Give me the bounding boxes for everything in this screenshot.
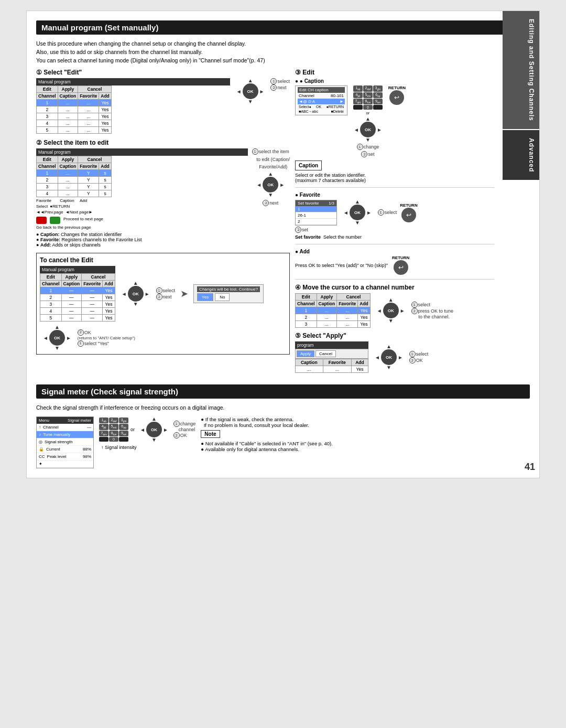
cancel-section: To cancel the Edit Manual program EditAp… (36, 253, 290, 355)
section2-title: Signal meter (Check signal strength) (41, 387, 178, 396)
step5-title: ⑤ Select "Apply" (295, 332, 494, 339)
step4-ok-btn: OK (383, 303, 399, 318)
step4-table: EditApplyCancel ChannelCaptionFavoriteAd… (295, 293, 371, 328)
caption-box: Caption (295, 160, 322, 170)
caption-desc: Caption Select or edit the station ident… (295, 159, 494, 183)
signal-intro: Check the signal strength if interferenc… (36, 404, 530, 412)
signal-menu: Menu Signal meter ↑ Channel — ♪ Tune man… (36, 416, 94, 468)
red-btn (36, 217, 47, 224)
signal-nav: ▲ ◄ OK ► ▼ (140, 416, 168, 443)
cancel-table-wrapper: Manual program EditApplyCancel ChannelCa… (40, 266, 115, 322)
cancel-ok-btn: OK (128, 286, 144, 302)
section2-header: Signal meter (Check signal strength) (36, 384, 530, 399)
cancel-ok-btn2: OK (49, 330, 65, 346)
caption-label: ● Caption (295, 78, 494, 84)
step3-title: ③ Edit (295, 69, 494, 76)
signal-ok-btn: OK (146, 422, 162, 437)
page-container: Manual program (Set manually) Use this p… (26, 10, 540, 478)
cancel-nav2: ▲ ◄ OK ► ▼ (43, 325, 71, 351)
step1-nav: ▲ ◄ OK ► ▼ (233, 78, 268, 104)
step3-section: ③ Edit ● Caption Edit CH caption Channel… (295, 69, 494, 275)
green-btn (50, 217, 60, 224)
step2-bullets: ● Caption: Changes the station identifie… (36, 232, 290, 248)
step4-nav: ▲ ◄ OK ► ▼ (377, 297, 405, 324)
step1-table-header: Manual program (36, 78, 230, 85)
favorite-sub: ● Favorite Set favorite 1/3 1 26-1 2 (295, 192, 494, 240)
fav-ok-btn: OK (350, 205, 365, 220)
return-icon-fav: ↩ (401, 208, 416, 222)
step5-ok-btn: OK (381, 349, 397, 365)
step2-table-header: Manual program (36, 148, 248, 156)
edit-ch-caption-screen: Edit CH caption Channel80-101 ◄@ D A► Se… (295, 85, 347, 115)
step1-nav-control: ▲ ◄ OK ► ▼ (236, 78, 265, 104)
cancel-dialog: Changes will be lost. Continue? Yes No (193, 284, 264, 303)
signal-notes: ● If the signal is weak, check the anten… (201, 416, 494, 452)
cancel-diagram: Manual program EditApplyCancel ChannelCa… (40, 266, 286, 351)
step2-layout: Manual program Edit Apply Cancel Cha (36, 148, 290, 230)
step2-title: ② Select the item to edit (36, 139, 290, 146)
step2-section: ② Select the item to edit Manual program… (36, 139, 290, 248)
dialog-no-btn[interactable]: No (215, 293, 230, 301)
cancel-nav: ▲ ◄ OK ► ▼ (122, 281, 150, 307)
signal-diagram: Menu Signal meter ↑ Channel — ♪ Tune man… (36, 416, 494, 468)
left-column: ① Select "Edit" Manual program Edit A (36, 69, 290, 377)
intro-text: Use this procedure when changing the cha… (36, 40, 530, 65)
favorite-diagram: Set favorite 1/3 1 26-1 2 ▲ ◄ OK (295, 199, 494, 226)
advanced-label: Advanced (503, 130, 539, 180)
step5-diagram: program Apply Cancel CaptionFavoriteAdd … (295, 341, 494, 373)
caption-diagram: Edit CH caption Channel80-101 ◄@ D A► Se… (295, 85, 494, 157)
numpad: 1ab 2def 3ghi 4jkl 5mn 6op 7qrs 8tuv 9wx (353, 85, 383, 110)
cancel-title: To cancel the Edit (40, 256, 286, 264)
step4-title: ④ Move the cursor to a channel number (295, 284, 494, 291)
step1-section: ① Select "Edit" Manual program Edit A (36, 69, 290, 134)
editing-label: Editing and Setting Channels (503, 11, 539, 129)
add-label: ● Add (295, 249, 494, 254)
step2-table-col: Manual program Edit Apply Cancel Cha (36, 148, 248, 230)
section1-header: Manual program (Set manually) (36, 20, 530, 35)
favorite-label: ● Favorite (295, 192, 494, 198)
step1-title: ① Select "Edit" (36, 69, 290, 76)
step5-table: CaptionFavoriteAdd ......Yes (295, 359, 368, 373)
fav-screen: Set favorite 1/3 1 26-1 2 (295, 200, 337, 226)
step1-ok-btn: OK (243, 83, 258, 99)
step1-table-col: Manual program Edit Apply Cancel Cha (36, 78, 230, 134)
arrow-right: ➤ (180, 288, 188, 299)
dialog-yes-btn[interactable]: Yes (197, 293, 213, 301)
section1-title: Manual program (Set manually) (41, 23, 158, 32)
add-sub: ● Add Press OK to select "Yes (add)" or … (295, 249, 494, 275)
signal-numpad: 1ab 2def 3ghi 4jkl 5mn 6op 7qrs 8tuv 9wx… (99, 417, 128, 442)
step5-section: ⑤ Select "Apply" program Apply Cancel Ca… (295, 332, 494, 373)
step2-nav-area: ①select the item to edit (Caption/ Favor… (251, 148, 290, 206)
step4-section: ④ Move the cursor to a channel number Ed… (295, 284, 494, 328)
step5-nav: ▲ ◄ OK ► ▼ (375, 344, 403, 370)
step1-table: Edit Apply Cancel Channel Caption Favori… (36, 85, 112, 134)
step1-layout: Manual program Edit Apply Cancel Cha (36, 78, 290, 134)
step2-ok-btn: OK (263, 177, 278, 192)
step1-annotations: ①select ②next (270, 78, 290, 91)
step4-diagram: EditApplyCancel ChannelCaptionFavoriteAd… (295, 293, 494, 328)
step2-table: Edit Apply Cancel Channel Caption Favori… (36, 156, 112, 197)
caption-sub: ● Caption Edit CH caption Channel80-101 … (295, 78, 494, 183)
return-icon-caption: ↩ (389, 90, 404, 105)
step2-nav-control: ▲ ◄ OK ► ▼ (256, 172, 285, 198)
main-content: ① Select "Edit" Manual program Edit A (36, 69, 494, 377)
return-icon-add: ↩ (394, 260, 408, 275)
fav-nav: ▲ ◄ OK ► ▼ (343, 199, 372, 226)
caption-nav: ▲ ◄ OK ► ▼ (354, 116, 382, 143)
right-column: ③ Edit ● Caption Edit CH caption Channel… (295, 69, 494, 377)
caption-ok-btn: OK (360, 122, 376, 137)
signal-section: Signal meter (Check signal strength) Che… (36, 384, 530, 468)
cancel-table: EditApplyCancel ChannelCaptionFavoriteAd… (40, 273, 115, 322)
sidebar-right: Editing and Setting Channels Advanced 41 (503, 11, 539, 478)
note-box: Note (201, 430, 220, 438)
page-number: 41 (525, 462, 535, 473)
